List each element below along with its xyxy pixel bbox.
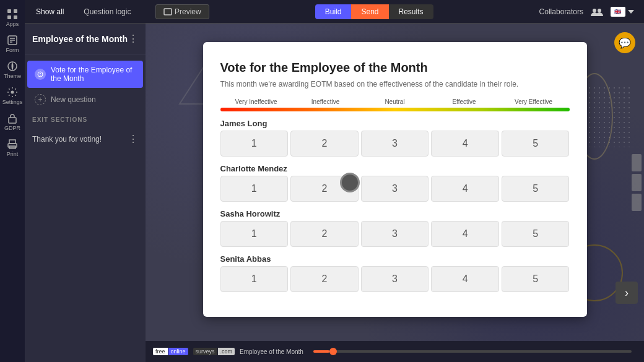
svg-rect-0 [7, 9, 11, 13]
svg-point-9 [11, 91, 14, 94]
new-question-item[interactable]: + New question [27, 89, 143, 110]
theme-label: Theme [4, 73, 21, 79]
svg-point-16 [40, 75, 40, 75]
settings-icon-item[interactable]: Settings [0, 83, 25, 109]
form-icon-item[interactable]: Form [0, 31, 25, 57]
survey-card: Vote for the Employee of the Month This … [203, 42, 587, 317]
build-send-results: Build Send Results [315, 4, 433, 19]
free-online-badge: free online [153, 348, 188, 355]
apps-label: Apps [6, 21, 19, 27]
candidate-charlotte-mendez: Charlotte Mendez 1 2 3 4 5 [220, 164, 570, 202]
candidate-name-1: James Long [220, 119, 570, 128]
progress-fill [313, 350, 329, 353]
gdpr-icon-item[interactable]: GDPR [0, 109, 25, 135]
candidate-sasha-horowitz: Sasha Horowitz 1 2 3 4 5 [220, 209, 570, 247]
svg-rect-11 [9, 140, 15, 144]
chat-bubble[interactable]: 💬 [614, 32, 635, 53]
progress-track [313, 350, 632, 353]
candidate-senita-abbas: Senita Abbas 1 2 3 4 5 [220, 254, 570, 292]
scale-label-2: Ineffective [291, 98, 360, 105]
svg-rect-2 [7, 15, 11, 19]
rating-1-5[interactable]: 5 [502, 131, 570, 157]
form-title: Employee of the Month [32, 34, 128, 44]
scroll-indicators [629, 149, 644, 216]
question-list: Vote for the Employee of the Month + New… [25, 54, 146, 362]
build-button[interactable]: Build [315, 4, 352, 19]
survey-desc: This month we're awarding EOTM based on … [220, 80, 570, 88]
rating-3-3[interactable]: 3 [361, 221, 429, 247]
exit-item-1[interactable]: Thank you for voting! ⋮ [25, 128, 146, 150]
exit-section-label: EXIT SECTIONS [25, 111, 146, 128]
progress-dot [329, 348, 337, 355]
surveys-com-badge: surveys .com [193, 348, 235, 355]
rating-2-3[interactable]: 3 [361, 176, 429, 202]
panel-toolbar: Show all Question logic [25, 0, 146, 24]
candidate-james-long: James Long 1 2 3 4 5 [220, 119, 570, 157]
gdpr-label: GDPR [4, 125, 20, 131]
rating-row-2: 1 2 3 4 5 [220, 176, 570, 202]
svg-point-19 [598, 9, 601, 12]
rating-2-4[interactable]: 4 [431, 176, 499, 202]
color-bar [220, 108, 570, 111]
print-label: Print [7, 151, 19, 157]
preview-label: Preview [175, 7, 201, 16]
form-menu-button[interactable]: ⋮ [128, 33, 138, 45]
badge-free: free [153, 348, 168, 355]
rating-1-1[interactable]: 1 [220, 131, 289, 157]
results-button[interactable]: Results [389, 4, 433, 19]
rating-row-4: 1 2 3 4 5 [220, 266, 570, 292]
rating-row-3: 1 2 3 4 5 [220, 221, 570, 247]
rating-1-4[interactable]: 4 [431, 131, 499, 157]
rating-4-2[interactable]: 2 [290, 266, 359, 292]
scroll-bar-3 [632, 194, 642, 211]
candidate-name-2: Charlotte Mendez [220, 164, 570, 173]
rating-3-1[interactable]: 1 [220, 221, 289, 247]
badge-com: .com [218, 348, 235, 355]
rating-2-5[interactable]: 5 [502, 176, 570, 202]
bottom-bar: free online surveys .com Employee of the… [146, 341, 644, 362]
svg-rect-10 [9, 118, 16, 123]
new-question-label: New question [51, 95, 96, 104]
rating-3-5[interactable]: 5 [502, 221, 570, 247]
rating-3-4[interactable]: 4 [431, 221, 499, 247]
question-1-icon [35, 69, 46, 80]
form-label: Form [6, 47, 19, 53]
rating-1-3[interactable]: 3 [361, 131, 429, 157]
print-icon-item[interactable]: Print [0, 135, 25, 161]
form-title-bar: Employee of the Month ⋮ [25, 24, 146, 54]
svg-point-18 [593, 9, 596, 12]
scale-label-1: Very Ineffective [222, 98, 291, 105]
theme-icon-item[interactable]: Theme [0, 57, 25, 83]
svg-rect-1 [14, 9, 17, 13]
exit-item-menu[interactable]: ⋮ [128, 133, 138, 145]
candidate-name-4: Senita Abbas [220, 254, 570, 264]
question-1-label: Vote for the Employee of the Month [51, 66, 136, 83]
question-logic-button[interactable]: Question logic [79, 5, 136, 19]
rating-4-3[interactable]: 3 [361, 266, 429, 292]
rating-4-4[interactable]: 4 [431, 266, 499, 292]
scroll-bar-2 [632, 174, 642, 191]
bottom-survey-title: Employee of the Month [240, 348, 303, 355]
send-button[interactable]: Send [351, 4, 388, 19]
new-question-icon: + [35, 94, 46, 105]
nav-tabs: Preview [155, 4, 209, 19]
candidate-name-3: Sasha Horowitz [220, 209, 570, 218]
rating-4-5[interactable]: 5 [502, 266, 570, 292]
next-button[interactable]: › [616, 282, 638, 304]
rating-1-2[interactable]: 2 [290, 131, 359, 157]
rating-3-2[interactable]: 2 [290, 221, 359, 247]
scale-label-4: Effective [430, 98, 499, 105]
settings-label: Settings [2, 99, 23, 105]
svg-rect-24 [582, 85, 632, 147]
show-all-button[interactable]: Show all [31, 5, 69, 19]
question-item-1[interactable]: Vote for the Employee of the Month [27, 61, 143, 88]
svg-rect-3 [14, 15, 17, 19]
rating-2-1[interactable]: 1 [220, 176, 289, 202]
svg-rect-17 [164, 9, 172, 15]
preview-button[interactable]: Preview [155, 4, 209, 19]
scale-label-3: Neutral [360, 98, 430, 105]
survey-title: Vote for the Employee of the Month [220, 61, 570, 75]
exit-item-label: Thank you for voting! [32, 135, 102, 144]
apps-icon-item[interactable]: Apps [0, 5, 25, 31]
rating-4-1[interactable]: 1 [220, 266, 289, 292]
